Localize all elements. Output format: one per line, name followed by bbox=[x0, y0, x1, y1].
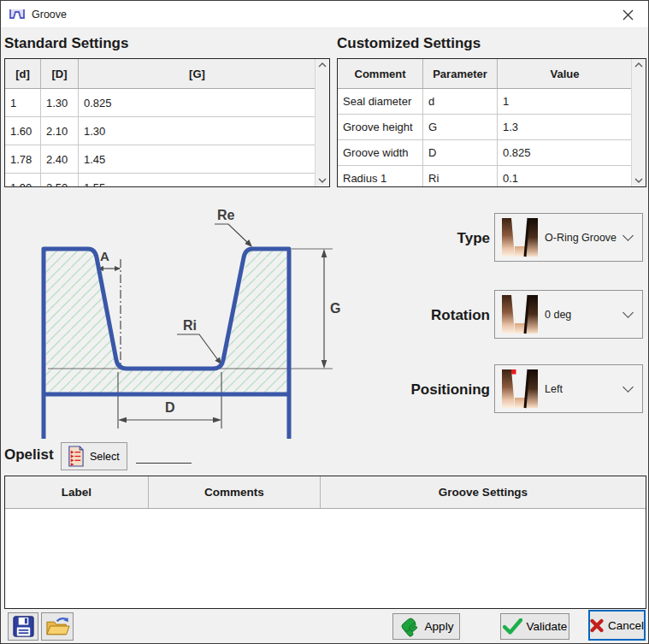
standard-table-header: [d] [D] [G] bbox=[5, 59, 329, 89]
groove-logo-icon bbox=[9, 8, 25, 21]
position-marker-dot bbox=[511, 369, 516, 375]
floppy-disk-icon bbox=[13, 616, 34, 637]
column-header: [D] bbox=[41, 59, 79, 89]
groove-profile-left-icon bbox=[499, 369, 539, 409]
apply-button[interactable]: Apply bbox=[392, 613, 460, 640]
column-header: Parameter bbox=[423, 59, 498, 89]
open-folder-icon bbox=[45, 616, 70, 638]
opelist-table-body[interactable] bbox=[5, 509, 646, 608]
customized-settings-heading: Customized Settings bbox=[337, 35, 481, 52]
column-header: Label bbox=[5, 476, 149, 509]
scrollbar[interactable] bbox=[631, 59, 646, 186]
table-row[interactable]: 1.78 2.40 1.45 bbox=[5, 145, 329, 174]
chevron-down-icon bbox=[622, 307, 634, 318]
select-button[interactable]: Select bbox=[61, 442, 127, 470]
positioning-label: Positioning bbox=[369, 381, 490, 399]
save-button[interactable] bbox=[8, 612, 38, 641]
chevron-down-icon bbox=[622, 381, 634, 393]
apply-button-label: Apply bbox=[425, 620, 454, 633]
positioning-value: Left bbox=[545, 383, 624, 395]
check-icon bbox=[503, 618, 522, 635]
standard-settings-heading: Standard Settings bbox=[4, 35, 128, 52]
close-icon[interactable] bbox=[621, 8, 634, 21]
table-row[interactable]: Groove height G 1.3 bbox=[338, 115, 646, 140]
table-row[interactable]: 1.90 2.50 1.55 bbox=[5, 174, 329, 186]
scroll-up-icon[interactable] bbox=[634, 62, 643, 68]
dim-label-a: A bbox=[100, 249, 109, 263]
opelist-underline bbox=[136, 463, 192, 464]
validate-button-label: Validate bbox=[527, 620, 568, 633]
scrollbar[interactable] bbox=[315, 59, 329, 186]
table-row[interactable]: 1.60 2.10 1.30 bbox=[5, 117, 329, 145]
x-icon bbox=[590, 617, 604, 634]
table-row[interactable]: Seal diameter d 1 bbox=[338, 89, 646, 115]
list-document-icon bbox=[67, 446, 85, 467]
hand-pointer-icon bbox=[399, 616, 421, 637]
table-row[interactable]: 1 1.30 0.825 bbox=[5, 89, 329, 117]
standard-table-body: 1 1.30 0.825 1.60 2.10 1.30 1.78 2.40 1.… bbox=[5, 89, 329, 186]
column-header: Groove Settings bbox=[321, 476, 646, 509]
dim-label-ri: Ri bbox=[183, 318, 197, 333]
type-dropdown[interactable]: O-Ring Groove bbox=[494, 213, 643, 262]
dim-label-re: Re bbox=[217, 208, 235, 222]
type-label: Type bbox=[369, 230, 490, 247]
column-header: [d] bbox=[5, 59, 41, 89]
open-button[interactable] bbox=[41, 612, 74, 641]
titlebar: Groove bbox=[1, 1, 648, 28]
scroll-up-icon[interactable] bbox=[318, 62, 327, 68]
opelist-table-header: Label Comments Groove Settings bbox=[5, 476, 646, 509]
rotation-label: Rotation bbox=[369, 307, 490, 324]
scroll-down-icon[interactable] bbox=[634, 178, 643, 183]
column-header: Comment bbox=[338, 59, 423, 89]
column-header: Comments bbox=[149, 476, 321, 509]
customized-table-body: Seal diameter d 1 Groove height G 1.3 Gr… bbox=[338, 89, 646, 186]
cancel-button-label: Cancel bbox=[608, 619, 644, 632]
validate-button[interactable]: Validate bbox=[500, 613, 569, 640]
customized-settings-table: Comment Parameter Value Seal diameter d … bbox=[337, 58, 646, 187]
type-value: O-Ring Groove bbox=[545, 232, 624, 244]
hatched-material bbox=[44, 249, 289, 394]
column-header: Value bbox=[498, 59, 633, 89]
opelist-label: Opelist bbox=[4, 446, 54, 464]
window-title: Groove bbox=[32, 9, 67, 21]
table-row[interactable]: Radius 1 Ri 0.1 bbox=[338, 166, 646, 186]
dim-label-d: D bbox=[165, 400, 175, 415]
groove-dialog: Groove Standard Settings Customized Sett… bbox=[0, 0, 649, 644]
select-button-label: Select bbox=[90, 451, 120, 463]
positioning-dropdown[interactable]: Left bbox=[494, 364, 643, 413]
groove-profile-icon bbox=[499, 217, 539, 257]
groove-profile-icon bbox=[499, 294, 539, 334]
column-header: [G] bbox=[79, 59, 316, 89]
standard-settings-table: [d] [D] [G] 1 1.30 0.825 1.60 2.10 1.30 bbox=[4, 58, 330, 187]
rotation-dropdown[interactable]: 0 deg bbox=[494, 290, 643, 339]
scroll-down-icon[interactable] bbox=[318, 178, 327, 183]
cancel-button[interactable]: Cancel bbox=[588, 610, 646, 641]
rotation-value: 0 deg bbox=[545, 309, 624, 321]
customized-table-header: Comment Parameter Value bbox=[338, 59, 646, 89]
dim-label-g: G bbox=[330, 301, 340, 316]
table-row[interactable]: Groove width D 0.825 bbox=[338, 140, 646, 166]
opelist-table: Label Comments Groove Settings bbox=[4, 476, 646, 609]
chevron-down-icon bbox=[622, 230, 634, 241]
groove-diagram: G D A Re Ri bbox=[9, 196, 403, 444]
